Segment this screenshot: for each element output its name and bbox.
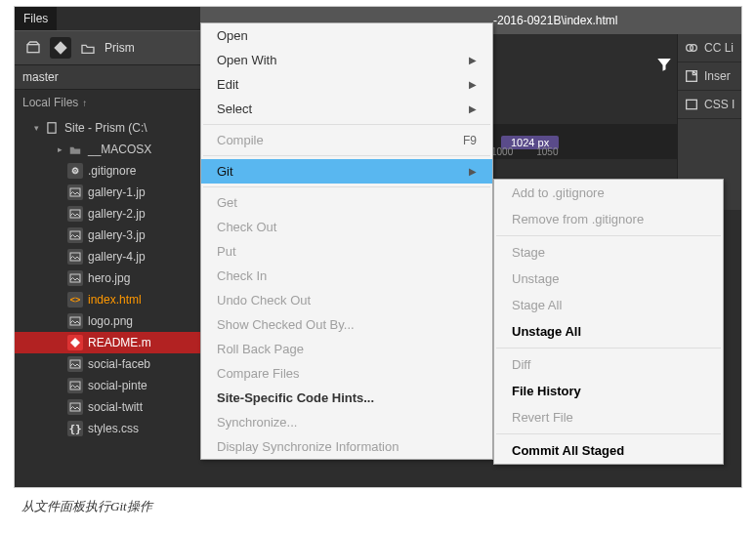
tree-file-readme[interactable]: README.m xyxy=(15,332,200,353)
css-file-icon: {} xyxy=(67,421,83,436)
tree-file-social-fb[interactable]: social-faceb xyxy=(15,353,200,375)
menu-compare-files: Compare Files xyxy=(201,361,492,386)
image-file-icon xyxy=(67,227,83,243)
svg-rect-5 xyxy=(48,123,56,134)
markdown-file-icon xyxy=(67,335,83,350)
figure-caption: 从文件面板执行Git操作 xyxy=(21,498,152,515)
image-file-icon xyxy=(67,356,83,372)
chevron-right-icon: ▶ xyxy=(469,103,477,114)
tree-file-index[interactable]: <> index.html xyxy=(15,289,200,310)
git-revert-file: Revert File xyxy=(494,404,723,430)
git-stage: Stage xyxy=(494,239,723,266)
menu-check-out: Check Out xyxy=(201,215,492,239)
svg-rect-4 xyxy=(27,45,39,53)
context-menu: Open Open With▶ Edit▶ Select▶ CompileF9 … xyxy=(200,22,493,460)
menu-show-checked-out-by: Show Checked Out By... xyxy=(201,312,492,337)
image-file-icon xyxy=(67,249,83,265)
right-rail-css[interactable]: CSS I xyxy=(678,91,741,119)
menu-separator xyxy=(496,235,721,236)
menu-select[interactable]: Select▶ xyxy=(201,97,492,121)
git-file-history[interactable]: File History xyxy=(494,378,723,404)
menu-roll-back-page: Roll Back Page xyxy=(201,337,492,361)
chevron-right-icon: ▶ xyxy=(469,55,477,65)
git-unstage-all[interactable]: Unstage All xyxy=(494,318,723,345)
document-path: -2016-0921B\index.html xyxy=(493,14,617,27)
tree-file-social-tw[interactable]: social-twitt xyxy=(15,396,200,418)
tree-file-gallery3[interactable]: gallery-3.jp xyxy=(15,225,200,246)
local-files-header[interactable]: Local Files ↑ xyxy=(15,90,200,115)
image-file-icon xyxy=(67,206,83,222)
tree-file-hero[interactable]: hero.jpg xyxy=(15,267,200,289)
config-file-icon: ⚙ xyxy=(67,163,83,179)
menu-separator xyxy=(203,124,490,125)
menu-get: Get xyxy=(201,190,492,215)
git-branch[interactable]: master xyxy=(15,65,200,90)
menu-put: Put xyxy=(201,239,492,264)
menu-open[interactable]: Open xyxy=(201,23,492,48)
menu-check-in: Check In xyxy=(201,264,492,288)
menu-separator xyxy=(496,433,721,434)
menu-site-specific-code-hints[interactable]: Site-Specific Code Hints... xyxy=(201,386,492,410)
image-file-icon xyxy=(67,313,83,329)
git-add-gitignore: Add to .gitignore xyxy=(494,180,723,206)
filter-icon[interactable] xyxy=(655,56,673,77)
tree-file-styles[interactable]: {} styles.css xyxy=(15,418,200,439)
menu-synchronize: Synchronize... xyxy=(201,410,492,434)
git-remove-gitignore: Remove from .gitignore xyxy=(494,206,723,232)
tree-file-gallery4[interactable]: gallery-4.jp xyxy=(15,246,200,267)
svg-rect-3 xyxy=(687,100,697,108)
image-file-icon xyxy=(67,378,83,393)
sort-up-icon: ↑ xyxy=(82,98,87,108)
right-rail-insert[interactable]: Inser xyxy=(678,62,741,91)
tree-file-gitignore[interactable]: ⚙ .gitignore xyxy=(15,160,200,182)
chevron-right-icon: ▶ xyxy=(469,166,477,177)
chevron-right-icon: ▶ xyxy=(469,79,477,90)
image-file-icon xyxy=(67,184,83,200)
git-submenu: Add to .gitignore Remove from .gitignore… xyxy=(493,179,724,465)
image-file-icon xyxy=(67,270,83,286)
git-stage-all: Stage All xyxy=(494,292,723,318)
git-commit-all-staged[interactable]: Commit All Staged xyxy=(494,437,723,464)
menu-edit[interactable]: Edit▶ xyxy=(201,72,492,97)
tree-folder-macosx[interactable]: ▸ __MACOSX xyxy=(15,139,200,160)
tree-file-gallery1[interactable]: gallery-1.jp xyxy=(15,182,200,203)
tree-file-logo[interactable]: logo.png xyxy=(15,310,200,332)
menu-separator xyxy=(496,348,721,348)
tree-site-root[interactable]: ▾ Site - Prism (C:\ xyxy=(15,117,200,139)
file-tree: ▾ Site - Prism (C:\ ▸ __MACOSX ⚙ .gitign… xyxy=(15,115,200,441)
git-unstage: Unstage xyxy=(494,266,723,292)
image-file-icon xyxy=(67,399,83,415)
folder-icon[interactable] xyxy=(77,37,99,59)
define-sites-icon[interactable] xyxy=(22,37,44,59)
menu-undo-check-out: Undo Check Out xyxy=(201,288,492,312)
menu-display-sync-info: Display Synchronize Information xyxy=(201,434,492,459)
menu-separator xyxy=(203,155,490,156)
git-diff: Diff xyxy=(494,351,723,378)
git-diamond-icon[interactable] xyxy=(50,37,71,59)
tree-file-gallery2[interactable]: gallery-2.jp xyxy=(15,203,200,225)
site-icon xyxy=(44,120,60,136)
menu-separator xyxy=(203,186,490,187)
menu-compile: CompileF9 xyxy=(201,128,492,152)
tree-file-social-pin[interactable]: social-pinte xyxy=(15,375,200,396)
menu-git[interactable]: Git▶ xyxy=(201,159,492,184)
files-panel: Files Prism master Local Files ↑ ▾ xyxy=(15,7,200,487)
files-toolbar: Prism xyxy=(15,30,200,65)
menu-open-with[interactable]: Open With▶ xyxy=(201,48,492,72)
app-frame: -2016-0921B\index.html CC Li Inser CSS I… xyxy=(14,6,742,488)
html-file-icon: <> xyxy=(67,292,83,308)
right-rail-cc[interactable]: CC Li xyxy=(678,34,741,62)
site-name[interactable]: Prism xyxy=(105,41,135,55)
files-tab[interactable]: Files xyxy=(15,7,57,30)
folder-icon xyxy=(67,142,83,157)
